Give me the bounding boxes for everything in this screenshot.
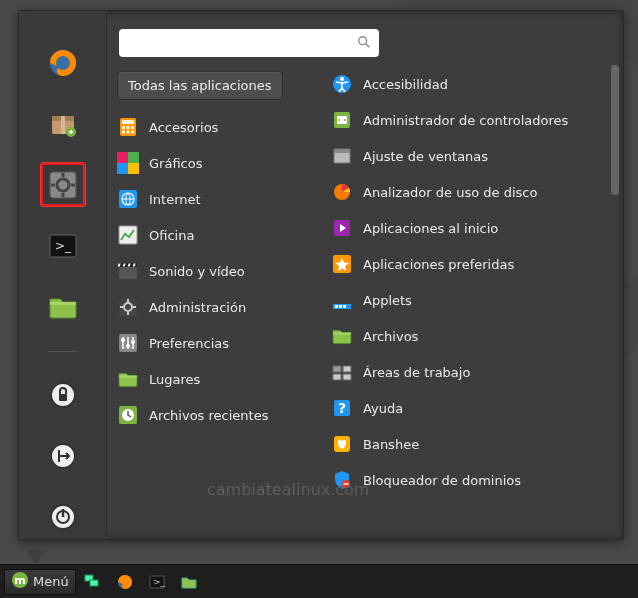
app-bloqueador-dominios[interactable]: Bloqueador de dominios — [331, 467, 599, 493]
taskbar-menu-label: Menú — [33, 574, 69, 589]
taskbar-show-desktop[interactable] — [78, 569, 108, 595]
favorite-firefox[interactable] — [41, 41, 85, 84]
apps-scrollbar[interactable] — [611, 65, 619, 529]
firefox-icon — [47, 47, 79, 79]
app-label: Banshee — [363, 437, 419, 452]
gear-icon — [47, 169, 79, 201]
category-label: Gráficos — [149, 156, 202, 171]
favorite-software[interactable] — [41, 102, 85, 145]
favorite-settings[interactable] — [41, 163, 85, 206]
applications-column: AccesibilidadAdministrador de controlado… — [331, 71, 611, 529]
folder-icon — [331, 325, 353, 347]
category-internet[interactable]: Internet — [117, 186, 303, 212]
svg-rect-91 — [90, 580, 98, 586]
applets-icon — [331, 289, 353, 311]
category-recientes[interactable]: Archivos recientes — [117, 402, 303, 428]
folder-icon — [117, 368, 139, 390]
taskbar-firefox[interactable] — [110, 569, 140, 595]
globe-icon — [117, 188, 139, 210]
svg-text:>_: >_ — [153, 577, 166, 587]
all-applications-label: Todas las aplicaciones — [128, 78, 272, 93]
category-sonido[interactable]: Sonido y vídeo — [117, 258, 303, 284]
svg-rect-39 — [119, 267, 137, 279]
logout-icon — [47, 440, 79, 472]
svg-rect-58 — [119, 376, 137, 378]
accessibility-icon — [331, 73, 353, 95]
favorite-terminal[interactable]: >_ — [41, 224, 85, 267]
app-label: Applets — [363, 293, 412, 308]
search-input[interactable] — [127, 36, 357, 51]
clock-green-icon — [117, 404, 139, 426]
banshee-icon — [331, 433, 353, 455]
app-ayuda[interactable]: ?Ayuda — [331, 395, 599, 421]
category-oficina[interactable]: Oficina — [117, 222, 303, 248]
taskbar-menu-button[interactable]: m Menú — [4, 569, 76, 595]
session-logout[interactable] — [41, 435, 85, 478]
category-label: Lugares — [149, 372, 200, 387]
start-menu-panel: >_ Todas las aplicaciones AccesoriosGráf… — [18, 10, 624, 540]
disk-usage-icon — [331, 181, 353, 203]
folder-icon — [47, 291, 79, 323]
svg-point-65 — [338, 119, 340, 121]
taskbar-terminal[interactable]: >_ — [142, 569, 172, 595]
menu-body: Todas las aplicaciones AccesoriosGráfico… — [107, 11, 623, 539]
category-label: Accesorios — [149, 120, 218, 135]
svg-rect-34 — [117, 163, 128, 174]
app-analizador-disco[interactable]: Analizador de uso de disco — [331, 179, 599, 205]
mint-logo-icon: m — [11, 571, 29, 592]
svg-rect-68 — [334, 149, 350, 153]
startup-icon — [331, 217, 353, 239]
category-graficos[interactable]: Gráficos — [117, 150, 303, 176]
star-icon — [331, 253, 353, 275]
svg-rect-24 — [122, 120, 134, 124]
app-ajuste-ventanas[interactable]: Ajuste de ventanas — [331, 143, 599, 169]
chart-icon — [117, 224, 139, 246]
app-admin-controladores[interactable]: Administrador de controladores — [331, 107, 599, 133]
category-label: Oficina — [149, 228, 194, 243]
svg-rect-78 — [333, 333, 351, 335]
app-label: Áreas de trabajo — [363, 365, 470, 380]
session-lock[interactable] — [41, 374, 85, 417]
terminal-icon: >_ — [47, 230, 79, 262]
package-icon — [47, 108, 79, 140]
svg-rect-80 — [343, 366, 351, 372]
scroll-thumb[interactable] — [611, 65, 619, 195]
svg-rect-29 — [127, 131, 130, 134]
category-label: Archivos recientes — [149, 408, 268, 423]
svg-point-66 — [344, 119, 346, 121]
app-label: Administrador de controladores — [363, 113, 568, 128]
session-shutdown[interactable] — [41, 496, 85, 539]
category-accesorios[interactable]: Accesorios — [117, 114, 303, 140]
favorite-files[interactable] — [41, 286, 85, 329]
app-accesibilidad[interactable]: Accesibilidad — [331, 71, 599, 97]
svg-rect-16 — [59, 394, 67, 401]
category-label: Internet — [149, 192, 201, 207]
svg-text:?: ? — [338, 400, 346, 416]
svg-point-57 — [131, 340, 135, 344]
app-apps-preferidas[interactable]: Aplicaciones preferidas — [331, 251, 599, 277]
svg-rect-25 — [122, 126, 125, 129]
app-applets[interactable]: Applets — [331, 287, 599, 313]
svg-rect-81 — [333, 374, 341, 380]
category-label: Administración — [149, 300, 246, 315]
svg-rect-76 — [339, 305, 342, 308]
taskbar-files[interactable] — [174, 569, 204, 595]
app-apps-inicio[interactable]: Aplicaciones al inicio — [331, 215, 599, 241]
app-label: Aplicaciones preferidas — [363, 257, 514, 272]
favorites-column: >_ — [19, 11, 107, 539]
app-archivos[interactable]: Archivos — [331, 323, 599, 349]
category-administracion[interactable]: Administración — [117, 294, 303, 320]
app-areas-trabajo[interactable]: Áreas de trabajo — [331, 359, 599, 385]
search-box[interactable] — [119, 29, 379, 57]
calculator-icon — [117, 116, 139, 138]
category-lugares[interactable]: Lugares — [117, 366, 303, 392]
help-icon: ? — [331, 397, 353, 419]
app-label: Archivos — [363, 329, 418, 344]
app-banshee[interactable]: Banshee — [331, 431, 599, 457]
categories-column: Todas las aplicaciones AccesoriosGráfico… — [117, 71, 303, 529]
svg-rect-30 — [131, 131, 134, 134]
panel-pointer — [26, 550, 46, 564]
all-applications-button[interactable]: Todas las aplicaciones — [117, 71, 283, 100]
category-preferencias[interactable]: Preferencias — [117, 330, 303, 356]
gear-dark-icon — [117, 296, 139, 318]
